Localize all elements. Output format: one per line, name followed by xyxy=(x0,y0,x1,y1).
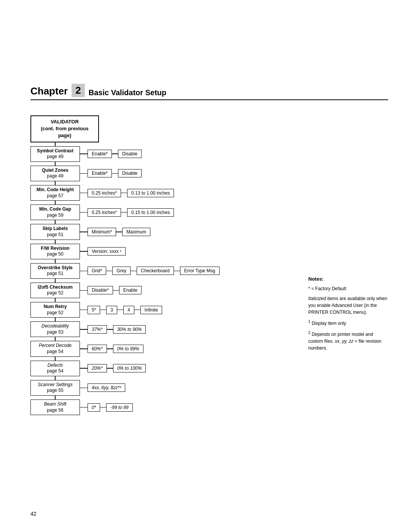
flow-row-fw-revision: F/W Revisionpage 50Version: xxxx ¹ xyxy=(30,240,301,259)
node-box-i2of5-checksum: I2of5 Checksumpage 52 xyxy=(30,283,80,298)
flow-row-decodeability: Decodeabilitypage 5337%*30% to 90% xyxy=(30,318,301,337)
flow-row-min-code-height: Min. Code Heightpage 570.25 inches*0.13 … xyxy=(30,181,301,201)
between-options-defects-1 xyxy=(107,368,113,369)
v-connector-scanner-settings xyxy=(55,376,56,380)
node-page-scanner-settings: page 55 xyxy=(34,388,76,394)
node-title-min-code-gap: Min. Code Gap xyxy=(34,206,76,212)
between-options-beam-shift-1 xyxy=(100,407,106,408)
node-page-i2of5-checksum: page 52 xyxy=(34,290,76,296)
flow-row-symbol-contrast: Symbol Contrastpage 49Enable*Disable xyxy=(30,142,301,162)
node-box-defects: Defectspage 54 xyxy=(30,361,80,376)
between-options-skip-labels-1 xyxy=(116,232,122,232)
between-options-min-code-height-1 xyxy=(121,193,127,193)
chapter-label: Chapter xyxy=(30,85,68,97)
h-line-min-code-gap xyxy=(80,212,88,213)
h-line-overstrike-style xyxy=(80,271,88,272)
node-box-decodeability: Decodeabilitypage 53 xyxy=(30,321,80,337)
flow-row-defects: Defectspage 5420%*0% to 100% xyxy=(30,357,301,376)
v-connector-fw-revision xyxy=(55,240,56,244)
option-box-i2of5-checksum-1: Enable xyxy=(119,286,142,294)
node-box-symbol-contrast: Symbol Contrastpage 49 xyxy=(30,146,80,162)
v-connector-beam-shift xyxy=(55,396,56,399)
row-item-quiet-zones: Quiet Zonespage 49Enable*Disable xyxy=(30,166,301,181)
h-line-symbol-contrast xyxy=(80,153,88,154)
v-connector-num-retry xyxy=(55,298,56,302)
node-box-overstrike-style: Overstrike Stylepage 51 xyxy=(30,263,80,279)
option-box-min-code-gap-1: 0.15 to 1.00 inches xyxy=(127,208,174,217)
option-box-fw-revision-0: Version: xxxx ¹ xyxy=(88,247,126,256)
option-box-min-code-height-1: 0.13 to 1.00 inches xyxy=(127,189,174,197)
option-box-num-retry-0: 5* xyxy=(88,306,100,314)
node-page-quiet-zones: page 49 xyxy=(34,173,76,179)
between-options-overstrike-style-2 xyxy=(131,271,137,272)
flow-row-quiet-zones: Quiet Zonespage 49Enable*Disable xyxy=(30,162,301,181)
between-options-percent-decode-1 xyxy=(107,348,113,349)
node-title-skip-labels: Skip Labels xyxy=(34,226,76,232)
node-page-percent-decode: page 54 xyxy=(34,349,76,355)
flow-row-skip-labels: Skip Labelspage 51Minimum*Maximum xyxy=(30,220,301,240)
v-connector-min-code-gap xyxy=(55,201,56,204)
node-title-beam-shift: Beam Shift xyxy=(34,401,76,407)
notes-title: Notes: xyxy=(308,275,388,283)
option-box-defects-0: 20%* xyxy=(88,364,107,372)
node-page-num-retry: page 52 xyxy=(34,310,76,316)
row-item-defects: Defectspage 5420%*0% to 100% xyxy=(30,361,301,376)
row-item-overstrike-style: Overstrike Stylepage 51Grid*GreyCheckerb… xyxy=(30,263,301,279)
option-box-beam-shift-0: 0* xyxy=(88,403,100,412)
validator-box: VALIDATOR (cont. from previous page) xyxy=(30,115,99,142)
option-box-min-code-height-0: 0.25 inches* xyxy=(88,189,121,197)
flow-row-beam-shift: Beam Shiftpage 560*-99 to 99 xyxy=(30,396,301,415)
option-box-num-retry-3: Infinite xyxy=(140,306,162,314)
option-box-i2of5-checksum-0: Disable* xyxy=(88,286,113,294)
v-connector-skip-labels xyxy=(55,220,56,224)
node-page-fw-revision: page 50 xyxy=(34,251,76,257)
node-title-defects: Defects xyxy=(34,363,76,369)
option-box-skip-labels-0: Minimum* xyxy=(88,228,116,236)
row-item-symbol-contrast: Symbol Contrastpage 49Enable*Disable xyxy=(30,146,301,162)
node-box-quiet-zones: Quiet Zonespage 49 xyxy=(30,166,80,181)
option-box-decodeability-1: 30% to 90% xyxy=(113,325,146,334)
option-box-overstrike-style-3: Error Type Msg xyxy=(180,267,220,275)
row-item-beam-shift: Beam Shiftpage 560*-99 to 99 xyxy=(30,399,301,415)
h-line-decodeability xyxy=(80,329,88,330)
v-connector-defects xyxy=(55,357,56,361)
node-box-min-code-height: Min. Code Heightpage 57 xyxy=(30,185,80,201)
flow-row-i2of5-checksum: I2of5 Checksumpage 52Disable*Enable xyxy=(30,279,301,298)
option-box-skip-labels-1: Maximum xyxy=(122,228,150,236)
h-line-fw-revision xyxy=(80,251,88,252)
between-options-num-retry-3 xyxy=(134,310,140,310)
node-title-num-retry: Num Retry xyxy=(34,304,76,310)
note-4: 2 Depends on printer model and custom fi… xyxy=(308,330,388,351)
h-line-scanner-settings xyxy=(80,388,88,388)
between-options-num-retry-2 xyxy=(117,310,123,310)
option-box-decodeability-0: 37%* xyxy=(88,325,107,334)
note-3: 1 Display item only xyxy=(308,319,388,327)
option-box-quiet-zones-1: Disable xyxy=(118,169,142,177)
node-box-min-code-gap: Min. Code Gappage 59 xyxy=(30,204,80,220)
node-page-beam-shift: page 56 xyxy=(34,407,76,414)
node-page-defects: page 54 xyxy=(34,368,76,374)
note-1: * = Factory Default xyxy=(308,285,388,292)
option-box-beam-shift-1: -99 to 99 xyxy=(106,403,132,412)
node-box-percent-decode: Percent Decodepage 54 xyxy=(30,341,80,356)
chapter-number: 2 xyxy=(72,84,84,97)
v-connector-overstrike-style xyxy=(55,259,56,263)
chapter-header: Chapter 2 Basic Validator Setup xyxy=(30,84,388,100)
node-box-beam-shift: Beam Shiftpage 56 xyxy=(30,399,80,415)
flow-row-overstrike-style: Overstrike Stylepage 51Grid*GreyCheckerb… xyxy=(30,259,301,279)
node-title-symbol-contrast: Symbol Contrast xyxy=(34,148,76,154)
node-title-scanner-settings: Scanner Settings xyxy=(34,382,76,388)
note-2: Italicized items are available only when… xyxy=(308,295,388,316)
diagram-main: VALIDATOR (cont. from previous page) Sym… xyxy=(30,115,301,415)
h-line-quiet-zones xyxy=(80,173,88,174)
node-title-percent-decode: Percent Decode xyxy=(34,343,76,349)
diagram-area: VALIDATOR (cont. from previous page) Sym… xyxy=(30,115,388,415)
h-line-percent-decode xyxy=(80,348,88,349)
node-title-i2of5-checksum: I2of5 Checksum xyxy=(34,284,76,291)
validator-subtitle: (cont. from previous page) xyxy=(37,125,93,139)
validator-title: VALIDATOR xyxy=(37,118,93,125)
node-box-skip-labels: Skip Labelspage 51 xyxy=(30,224,80,240)
row-item-decodeability: Decodeabilitypage 5337%*30% to 90% xyxy=(30,321,301,337)
row-item-min-code-height: Min. Code Heightpage 570.25 inches*0.13 … xyxy=(30,185,301,201)
v-connector-percent-decode xyxy=(55,337,56,341)
